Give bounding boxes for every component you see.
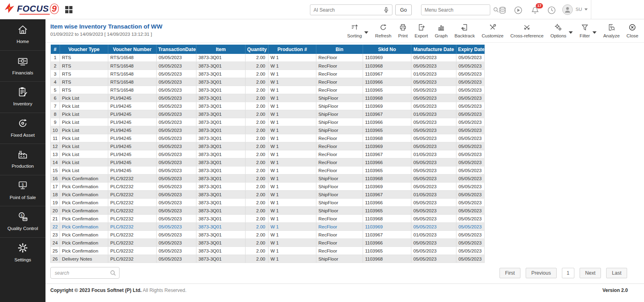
table-cell[interactable]: 3873-3Q01: [196, 175, 246, 183]
table-cell[interactable]: W 1: [268, 102, 316, 110]
col-header-item[interactable]: Item: [196, 45, 246, 54]
table-cell[interactable]: 05/05/2023: [157, 247, 196, 255]
sidebar-item-quality-control[interactable]: $ Quality Control: [0, 206, 45, 238]
table-cell[interactable]: 19: [51, 199, 60, 207]
table-cell[interactable]: 2.00: [246, 207, 268, 215]
table-cell[interactable]: Pick List: [60, 126, 108, 134]
table-cell[interactable]: 1: [51, 54, 60, 62]
table-cell[interactable]: 2.00: [246, 142, 268, 150]
table-row[interactable]: 14Pick ListPLI/9424505/05/20233873-3Q012…: [51, 158, 485, 166]
table-cell[interactable]: 2.00: [246, 86, 268, 94]
table-cell[interactable]: W 1: [268, 134, 316, 142]
table-cell[interactable]: W 1: [268, 110, 316, 118]
table-row[interactable]: 26Delivery NotesPLC/9223205/05/20233873-…: [51, 255, 485, 263]
table-cell[interactable]: 05/05/2023: [456, 150, 485, 158]
table-cell[interactable]: PLI/94245: [108, 158, 157, 166]
table-cell[interactable]: 3873-3Q01: [196, 142, 246, 150]
table-cell[interactable]: 3873-3Q01: [196, 166, 246, 175]
table-row[interactable]: 7Pick ListPLI/9424505/05/20233873-3Q012.…: [51, 102, 485, 110]
table-cell[interactable]: PLC/92232: [108, 239, 157, 247]
table-cell[interactable]: 3873-3Q01: [196, 94, 246, 102]
table-cell[interactable]: 05/05/2023: [157, 70, 196, 78]
table-cell[interactable]: 3873-3Q01: [196, 70, 246, 78]
table-cell[interactable]: Pick Confirmation: [60, 207, 108, 215]
table-cell[interactable]: 22: [51, 223, 60, 231]
table-cell[interactable]: 05/05/2023: [411, 199, 456, 207]
table-cell[interactable]: 01/05/2023: [411, 150, 456, 158]
table-cell[interactable]: 1103967: [363, 110, 411, 118]
table-cell[interactable]: Delivery Notes: [60, 255, 108, 263]
table-cell[interactable]: 23: [51, 231, 60, 239]
table-cell[interactable]: W 1: [268, 78, 316, 86]
table-cell[interactable]: 2: [51, 62, 60, 70]
table-cell[interactable]: Pick Confirmation: [60, 215, 108, 223]
table-cell[interactable]: W 1: [268, 239, 316, 247]
table-cell[interactable]: W 1: [268, 247, 316, 255]
table-cell[interactable]: 05/05/2023: [411, 166, 456, 175]
options-dropdown-caret[interactable]: [569, 31, 573, 34]
table-cell[interactable]: 05/05/2023: [456, 231, 485, 239]
user-avatar[interactable]: [562, 4, 573, 15]
table-cell[interactable]: 05/05/2023: [456, 166, 485, 175]
table-cell[interactable]: 05/05/2023: [411, 126, 456, 134]
table-cell[interactable]: PLI/94245: [108, 142, 157, 150]
table-cell[interactable]: 3: [51, 70, 60, 78]
table-cell[interactable]: 05/05/2023: [157, 54, 196, 62]
table-cell[interactable]: 3873-3Q01: [196, 247, 246, 255]
menu-search-input[interactable]: [421, 5, 490, 15]
table-cell[interactable]: W 1: [268, 175, 316, 183]
table-row[interactable]: 18Pick ConfirmationPLC/9223205/05/202338…: [51, 191, 485, 199]
table-cell[interactable]: 05/05/2023: [411, 94, 456, 102]
table-cell[interactable]: RecFloor: [316, 70, 363, 78]
table-row[interactable]: 23Pick ConfirmationPLC/9223205/05/202338…: [51, 231, 485, 239]
col-header-transaction-date[interactable]: TransactionDate: [157, 45, 196, 54]
table-cell[interactable]: W 1: [268, 199, 316, 207]
table-cell[interactable]: W 1: [268, 86, 316, 94]
table-cell[interactable]: 05/05/2023: [157, 86, 196, 94]
table-cell[interactable]: W 1: [268, 94, 316, 102]
table-cell[interactable]: W 1: [268, 126, 316, 134]
export-button[interactable]: Export: [415, 24, 428, 38]
table-cell[interactable]: 05/05/2023: [157, 150, 196, 158]
table-cell[interactable]: 17: [51, 183, 60, 191]
table-cell[interactable]: 7: [51, 102, 60, 110]
table-cell[interactable]: 05/05/2023: [456, 183, 485, 191]
sidebar-item-settings[interactable]: Settings: [0, 238, 45, 269]
backtrack-button[interactable]: Backtrack: [454, 24, 475, 38]
table-cell[interactable]: 3873-3Q01: [196, 158, 246, 166]
table-cell[interactable]: 2.00: [246, 215, 268, 223]
table-cell[interactable]: ShipFloor: [316, 94, 363, 102]
table-cell[interactable]: 10: [51, 126, 60, 134]
table-cell[interactable]: 1103968: [363, 62, 411, 70]
table-cell[interactable]: 13: [51, 150, 60, 158]
table-cell[interactable]: W 1: [268, 255, 316, 263]
table-cell[interactable]: 1103969: [363, 183, 411, 191]
table-cell[interactable]: 05/05/2023: [456, 142, 485, 150]
table-cell[interactable]: 05/05/2023: [411, 239, 456, 247]
table-cell[interactable]: W 1: [268, 223, 316, 231]
pagination-first-button[interactable]: First: [500, 268, 520, 278]
sidebar-item-home[interactable]: Home: [0, 19, 45, 51]
table-search-input[interactable]: [50, 267, 120, 279]
table-cell[interactable]: 05/05/2023: [157, 158, 196, 166]
table-cell[interactable]: 12: [51, 142, 60, 150]
table-cell[interactable]: 1103968: [363, 175, 411, 183]
col-header-manufacture-date[interactable]: Manufacture Date: [411, 45, 456, 54]
table-cell[interactable]: 05/05/2023: [411, 142, 456, 150]
table-row[interactable]: 12Pick ListPLI/9424505/05/20233873-3Q012…: [51, 142, 485, 150]
table-cell[interactable]: RecFloor: [316, 78, 363, 86]
table-cell[interactable]: 3873-3Q01: [196, 134, 246, 142]
table-cell[interactable]: 01/05/2023: [411, 70, 456, 78]
table-cell[interactable]: 3873-3Q01: [196, 239, 246, 247]
table-cell[interactable]: RecFloor: [316, 54, 363, 62]
table-cell[interactable]: 05/05/2023: [157, 126, 196, 134]
table-cell[interactable]: ShipFloor: [316, 183, 363, 191]
table-cell[interactable]: Pick List: [60, 102, 108, 110]
table-cell[interactable]: RTS: [60, 62, 108, 70]
sidebar-item-financials[interactable]: Financials: [0, 51, 45, 82]
table-cell[interactable]: RecFloor: [316, 158, 363, 166]
table-cell[interactable]: 3873-3Q01: [196, 191, 246, 199]
table-cell[interactable]: 05/05/2023: [411, 223, 456, 231]
table-cell[interactable]: 26: [51, 255, 60, 263]
table-cell[interactable]: 05/05/2023: [456, 223, 485, 231]
